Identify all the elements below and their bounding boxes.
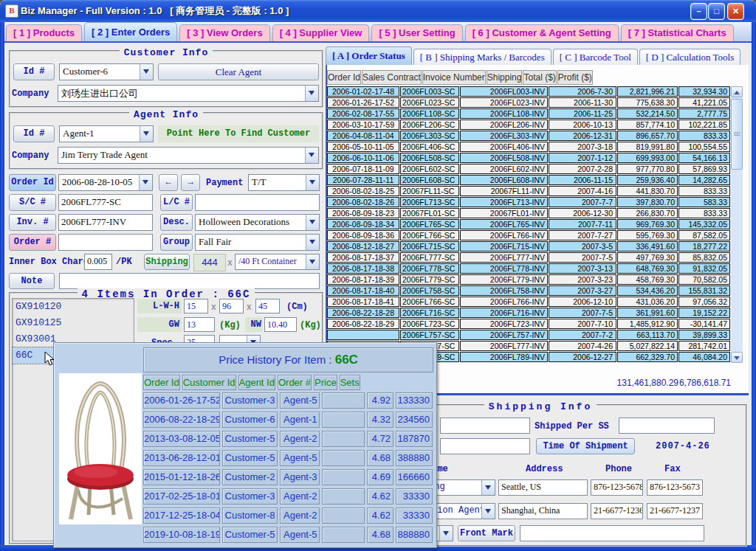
item-list-row[interactable]: GX910120 — [13, 299, 134, 315]
next-order-button[interactable]: → — [181, 174, 200, 191]
payment-combo[interactable]: T/T — [248, 174, 320, 191]
lc-button[interactable]: L/C # — [160, 194, 193, 211]
invoice-input[interactable]: 2006FL777-INV — [58, 214, 153, 231]
sub-tab[interactable]: [ A ] Order Status — [326, 46, 412, 65]
clear-agent-button[interactable]: Clear Agent — [158, 63, 319, 80]
orders-table-row[interactable]: 2006-08-17-18-41 2006FL766-SC 2006FL766-… — [327, 297, 730, 307]
orders-column-header[interactable]: Order Id — [327, 70, 361, 85]
shipped-per-ss-input[interactable] — [619, 417, 715, 434]
chevron-down-icon[interactable] — [481, 504, 495, 519]
orders-table-row[interactable]: 2006-08-02-18-26 2006FL713-SC 2006FL713-… — [327, 197, 730, 207]
length-input[interactable]: 15 — [184, 299, 208, 313]
price-history-row[interactable]: 2015-01-12-18-26 Customer-2 Agent-3 4.69… — [143, 469, 433, 485]
inner-box-charge-input[interactable]: 0.005 — [84, 254, 112, 270]
main-tab[interactable]: [ 2 ] Enter Orders — [84, 22, 177, 41]
orders-table-row[interactable]: 2006-02-08-17-55 2006FL108-SC 2006FL108-… — [327, 108, 730, 119]
scroll-down-button[interactable] — [731, 352, 743, 363]
customer-id-combo[interactable]: Customer-6 — [59, 63, 154, 80]
invoice-button[interactable]: Inv. # — [9, 214, 56, 231]
price-history-row[interactable]: 2017-02-25-18-01 Customer-3 Agent-2 4.62… — [143, 488, 433, 505]
find-customer-hint[interactable]: Point Here To Find Customer — [158, 125, 319, 142]
main-tab[interactable]: [ 1 ] Products — [6, 24, 82, 41]
desc-button[interactable]: Desc. — [160, 214, 193, 231]
table-scrollbar[interactable] — [731, 86, 743, 363]
orders-table-row[interactable]: 2006-08-12-18-27 2006FL715-SC 2006FL715-… — [327, 241, 730, 252]
gw-input[interactable]: 13 — [184, 317, 215, 332]
orders-column-header[interactable]: Shipping — [487, 70, 523, 85]
fax-input-2[interactable]: 21-6677-1237 — [647, 503, 703, 519]
main-tab[interactable]: [ 7 ] Statistical Charts — [621, 24, 734, 41]
phone-input-1[interactable]: 876-123-5678 — [591, 479, 643, 496]
order-id-button[interactable]: Order Id — [9, 174, 56, 191]
orders-table-row[interactable]: 2006-03-10-17-59 2006FL206-SC 2006FL206-… — [327, 119, 730, 130]
orders-table-row[interactable]: 2006-08-09-18-34 2006FL765-SC 2006FL765-… — [327, 219, 730, 229]
agent-id-combo[interactable]: Agent-1 — [59, 125, 154, 142]
orders-table-row[interactable]: 2006-08-09-18-36 2006FL766-SC 2006FL766-… — [327, 230, 730, 240]
desc-combo[interactable]: Holloween Decorations — [195, 214, 320, 231]
shipping-button[interactable]: Shipping — [144, 254, 190, 270]
price-history-row[interactable]: 2006-01-26-17-52 Customer-3 Agent-5 4.92… — [143, 392, 433, 409]
phone-input-2[interactable]: 21-6677-1236 — [591, 503, 643, 519]
title-bar[interactable]: B Biz Manager - Full Version : 1.0 [ 商务管… — [0, 0, 756, 22]
nw-input[interactable]: 10.40 — [264, 317, 297, 332]
group-combo[interactable]: Fall Fair — [195, 234, 320, 251]
time-of-shipment-button[interactable]: Time Of Shipment — [536, 438, 635, 454]
sub-tab[interactable]: [ C ] Barcode Tool — [553, 49, 638, 65]
orders-table-row[interactable]: 2006-08-17-18-38 2006FL778-SC 2006FL778-… — [327, 263, 730, 274]
main-tab[interactable]: [ 5 ] User Setting — [371, 24, 462, 41]
width-input[interactable]: 96 — [219, 299, 244, 313]
price-history-row[interactable]: 2017-12-25-18-04 Customer-8 Agent-2 4.62… — [143, 507, 433, 524]
orders-column-header[interactable]: Sales Contract — [362, 70, 422, 85]
order-id-combo[interactable]: 2006-08-28-10-05 — [58, 174, 153, 191]
shipping-qty-field[interactable]: 444 — [193, 254, 226, 271]
orders-table-row[interactable]: 2006-05-10-11-05 2006FL406-SC 2006FL406-… — [327, 142, 730, 152]
item-list-row[interactable]: GX910125 — [13, 315, 134, 331]
customer-company-combo[interactable]: 刘琇生进出口公司 — [58, 85, 319, 102]
orders-table-row[interactable]: 2006-07-18-11-09 2006FL602-SC 2006FL602-… — [327, 164, 730, 174]
scrollbar-thumb[interactable] — [731, 99, 743, 170]
maximize-button[interactable]: □ — [708, 3, 725, 20]
orders-table-row[interactable]: 2006-08-02-18-25 20067FL11-SC 20067FL11-… — [327, 186, 730, 196]
price-history-row[interactable]: 2006-08-22-18-29 Customer-6 Agent-1 4.32… — [143, 412, 433, 428]
close-button[interactable]: ✕ — [727, 3, 744, 20]
main-tab[interactable]: [ 6 ] Customer & Agent Setting — [465, 24, 619, 41]
agent-company-combo[interactable]: Jim Terry Trade Agent — [58, 147, 319, 164]
order-number-button[interactable]: Order # — [9, 234, 56, 251]
orders-table-row[interactable]: 2006-08-22-18-28 2006FL716-SC 2006FL716-… — [327, 308, 730, 318]
sub-tab[interactable]: [ B ] Shipping Marks / Barcodes — [413, 49, 551, 65]
sales-contract-input[interactable]: 2006FL777-SC — [58, 194, 153, 211]
shipping-field-1[interactable] — [440, 417, 530, 434]
front-mark-input[interactable] — [520, 525, 704, 541]
orders-table-row[interactable]: 2006-06-10-11-06 2006FL508-SC 2006FL508-… — [327, 153, 730, 163]
chevron-down-icon[interactable] — [139, 175, 152, 190]
orders-table-row[interactable]: 2006-01-26-17-52 2006FL023-SC 2006FL023-… — [327, 97, 730, 108]
minimize-button[interactable]: – — [690, 3, 707, 20]
orders-table-row[interactable]: 2006-08-17-18-40 2006FL758-SC 2006FL758-… — [327, 285, 730, 296]
fax-input-1[interactable]: 876-123-5673 — [647, 479, 703, 496]
chevron-down-icon[interactable] — [306, 235, 319, 250]
chevron-down-icon[interactable] — [306, 175, 319, 190]
lc-input[interactable] — [195, 194, 320, 211]
chevron-down-icon[interactable] — [305, 86, 318, 101]
container-combo[interactable]: /40 Ft Container — [235, 254, 320, 270]
chevron-down-icon[interactable] — [140, 126, 153, 142]
orders-column-header[interactable]: Profit ($) — [557, 70, 593, 85]
height-input[interactable]: 45 — [255, 299, 280, 313]
chevron-down-icon[interactable] — [481, 480, 495, 495]
price-history-row[interactable]: 2013-03-08-12-05 Customer-5 Agent-2 4.72… — [143, 431, 433, 447]
agent-id-button[interactable]: Id # — [13, 125, 55, 142]
orders-table-row[interactable]: 2006-08-17-18-39 2006FL779-SC 2006FL779-… — [327, 274, 730, 285]
orders-table-row[interactable]: 2006-07-28-11-11 2006FL608-SC 2006FL608-… — [327, 175, 730, 185]
sub-tab[interactable]: [ D ] Calculation Tools — [639, 49, 740, 65]
orders-table-row[interactable]: 2006-01-02-17-48 2006FL003-SC 2006FL003-… — [327, 86, 730, 97]
chevron-down-icon[interactable] — [305, 148, 318, 163]
chevron-down-icon[interactable] — [306, 215, 319, 230]
orders-column-header[interactable]: Invoice Number — [422, 70, 486, 85]
orders-table-row[interactable]: 2006-08-22-18-29 2006FL723-SC 2006FL723-… — [327, 319, 730, 329]
shipping-field-2[interactable] — [440, 438, 530, 454]
order-number-input[interactable] — [58, 234, 153, 251]
main-tab[interactable]: [ 3 ] View Orders — [179, 24, 269, 41]
address-input-2[interactable]: Shanghai, China — [498, 503, 588, 519]
orders-table-row[interactable]: 2006-04-08-11-04 2006FL303-SC 2006FL303-… — [327, 131, 730, 141]
orders-column-header[interactable]: Total ($) — [523, 70, 556, 85]
